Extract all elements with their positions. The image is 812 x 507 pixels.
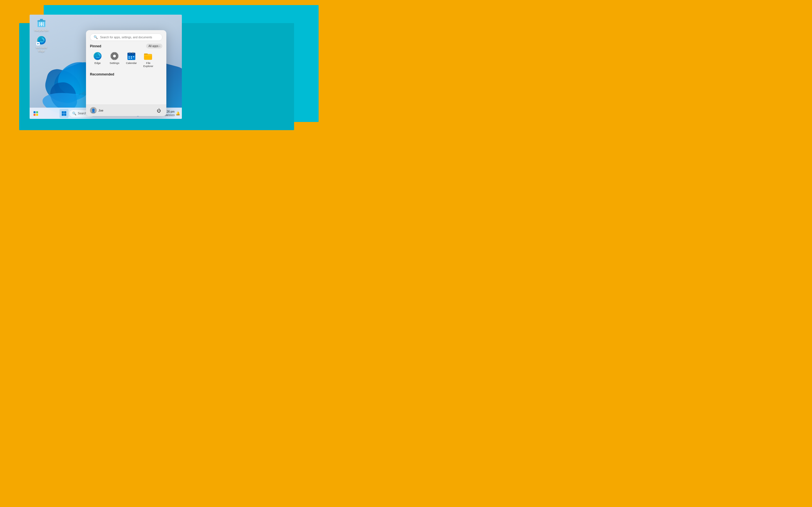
power-button[interactable]: ⏻ [155,107,162,114]
svg-rect-13 [62,114,64,116]
edge-desktop-label: Microsoft Edge [33,46,50,52]
chevron-right-icon: › [159,45,160,48]
all-apps-label: All apps [148,45,158,48]
recommended-section: Recommended [86,70,166,105]
svg-rect-40 [130,52,130,54]
desktop-window: Recycle Bin [30,15,182,119]
start-menu: 🔍 Pinned All apps › [86,30,166,116]
svg-rect-34 [128,54,135,55]
pinned-section: Pinned All apps › [86,43,166,70]
svg-rect-12 [64,111,66,114]
svg-rect-7 [34,111,36,113]
user-profile[interactable]: 👤 Joe [90,107,103,114]
svg-rect-39 [131,58,132,59]
svg-rect-36 [131,56,132,57]
pinned-calendar[interactable]: Calendar [124,50,139,69]
desktop-icons-area: Recycle Bin [33,18,50,52]
svg-rect-35 [129,56,130,57]
svg-rect-1 [38,20,45,22]
edge-icon [93,52,102,61]
pinned-settings[interactable]: Settings [107,50,122,69]
calendar-app-label: Calendar [126,61,137,64]
pinned-file-explorer[interactable]: File Explorer [141,50,156,69]
svg-rect-10 [36,114,38,116]
recommended-title: Recommended [90,72,162,76]
svg-rect-9 [34,114,36,116]
svg-point-30 [113,55,116,57]
start-menu-search-bar[interactable]: 🔍 [90,34,162,41]
svg-rect-37 [133,56,134,57]
recycle-bin-icon[interactable]: Recycle Bin [33,18,50,32]
svg-rect-38 [129,58,130,59]
start-search-input[interactable] [100,36,159,39]
pinned-apps-grid: Edge [90,50,162,69]
svg-rect-11 [62,111,64,114]
edge-desktop-icon[interactable]: Microsoft Edge [33,35,50,52]
calendar-icon [127,52,136,61]
svg-rect-41 [133,52,133,54]
start-search-icon: 🔍 [94,35,98,39]
pinned-edge[interactable]: Edge [90,50,105,69]
start-menu-footer: 👤 Joe ⏻ [86,105,166,116]
user-avatar: 👤 [90,107,97,114]
recycle-bin-label: Recycle Bin [35,29,49,32]
taskbar-search-label: Search [78,112,87,115]
file-explorer-icon [144,52,153,61]
settings-app-label: Settings [110,61,119,64]
recycle-bin-image [36,18,47,28]
settings-icon [110,52,119,61]
svg-rect-8 [36,111,38,113]
all-apps-button[interactable]: All apps › [146,44,162,48]
notification-button[interactable]: 🔔 [175,111,180,115]
svg-rect-45 [144,54,152,56]
svg-rect-2 [40,19,43,20]
edge-desktop-image [36,35,47,45]
start-button[interactable] [59,109,68,118]
pinned-title: Pinned [90,44,101,48]
widgets-button[interactable] [31,109,40,118]
user-name: Joe [98,109,103,112]
file-explorer-app-label: File Explorer [142,61,155,68]
svg-rect-14 [64,114,66,116]
edge-app-label: Edge [94,61,101,64]
